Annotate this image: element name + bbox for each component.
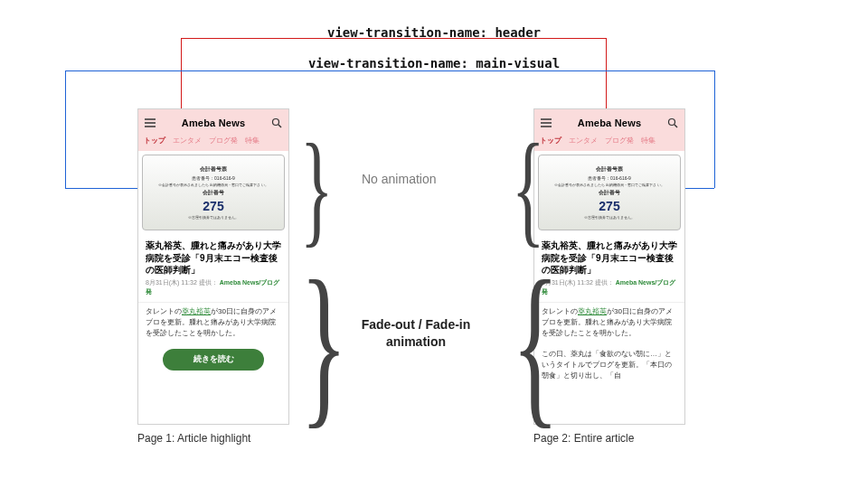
page2-header: Ameba News トップ エンタメ ブログ発 特集 xyxy=(534,109,684,151)
connector-visual-left xyxy=(65,70,66,188)
article-title: 薬丸裕英、腫れと痛みがあり大学病院を受診「9月末エコー検査後の医師判断」 xyxy=(138,234,288,278)
article-meta: 8月31日(木) 11:32 提供： Ameba News/ブログ発 xyxy=(138,278,288,302)
brace-left-top: } xyxy=(300,125,313,251)
connector-header-left xyxy=(181,38,182,110)
connector-visual-left-in xyxy=(65,188,137,189)
page1-phone: Ameba News トップ エンタメ ブログ発 特集 会計番号票 患者番号：0… xyxy=(137,108,289,425)
tab-blog[interactable]: ブログ発 xyxy=(209,136,238,145)
label-fade-animation: Fade-out / Fade-in animation xyxy=(339,316,493,351)
search-icon[interactable] xyxy=(666,117,679,129)
brand-logo: Ameba News xyxy=(182,117,245,128)
hamburger-icon[interactable] xyxy=(144,117,156,129)
annotation-visual: view-transition-name: main-visual xyxy=(0,56,868,70)
tab-blog[interactable]: ブログ発 xyxy=(605,136,634,145)
tab-entame[interactable]: エンタメ xyxy=(569,136,598,145)
nav-tabs[interactable]: トップ エンタメ ブログ発 特集 xyxy=(540,132,679,151)
page1-caption: Page 1: Article highlight xyxy=(137,432,250,445)
tab-entame[interactable]: エンタメ xyxy=(173,136,202,145)
search-icon[interactable] xyxy=(270,117,283,129)
svg-point-1 xyxy=(668,119,675,126)
inline-link[interactable]: 薬丸裕英 xyxy=(578,307,607,315)
ticket-image: 会計番号票 患者番号：016-616-9 ※会計番号が表示されましたら 出納機係… xyxy=(538,155,681,230)
page2-main-visual: 会計番号票 患者番号：016-616-9 ※会計番号が表示されましたら 出納機係… xyxy=(534,151,684,234)
tab-top[interactable]: トップ xyxy=(144,136,165,145)
svg-point-0 xyxy=(272,119,278,126)
brace-right-bottom: { xyxy=(512,253,524,434)
connector-visual-right xyxy=(714,70,715,188)
brand-logo: Ameba News xyxy=(578,117,641,128)
label-no-animation: No animation xyxy=(362,172,437,186)
article-body: タレントの薬丸裕英が30日に自身のアメブロを更新。腫れと痛みがあり大学病院を受診… xyxy=(138,302,288,374)
connector-visual-top xyxy=(65,70,714,71)
nav-tabs[interactable]: トップ エンタメ ブログ発 特集 xyxy=(144,132,283,151)
brace-left-bottom: } xyxy=(300,253,313,434)
read-more-button[interactable]: 続きを読む xyxy=(163,349,264,371)
page1-header: Ameba News トップ エンタメ ブログ発 特集 xyxy=(138,109,288,151)
page2-caption: Page 2: Entire article xyxy=(533,432,634,445)
connector-header-top xyxy=(181,38,606,39)
inline-link[interactable]: 薬丸裕英 xyxy=(182,307,211,315)
page1-main-visual: 会計番号票 患者番号：016-616-9 ※会計番号が表示されましたら 出納機係… xyxy=(138,151,288,234)
tab-special[interactable]: 特集 xyxy=(245,136,259,145)
brace-right-top: { xyxy=(512,125,524,251)
ticket-image: 会計番号票 患者番号：016-616-9 ※会計番号が表示されましたら 出納機係… xyxy=(142,155,285,230)
connector-header-right xyxy=(606,38,607,110)
connector-visual-right-in xyxy=(685,188,714,189)
tab-special[interactable]: 特集 xyxy=(641,136,656,145)
